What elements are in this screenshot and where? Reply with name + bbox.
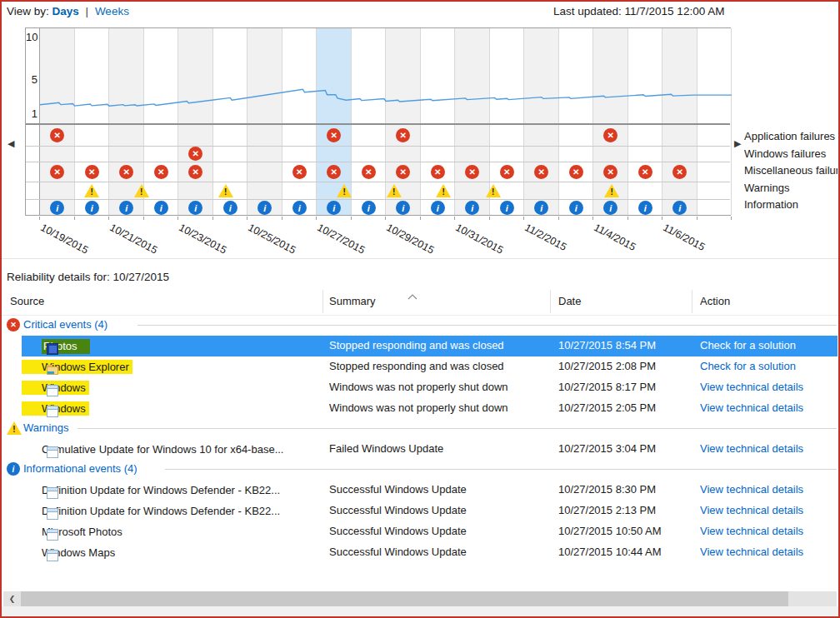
column-header-action[interactable]: Action <box>700 295 730 307</box>
critical-event-icon: ✕ <box>362 165 376 179</box>
sort-ascending-icon <box>408 288 418 303</box>
warning-exclamation-glyph: ! <box>486 187 501 197</box>
details-title: Reliability details for: 10/27/2015 <box>7 271 169 283</box>
event-row[interactable]: WindowsWindows was not properly shut dow… <box>0 377 840 398</box>
warning-exclamation-glyph: ! <box>337 187 352 197</box>
photos-app-icon <box>47 343 58 355</box>
action-link[interactable]: View technical details <box>700 381 803 393</box>
date-cell: 10/27/2015 2:13 PM <box>558 504 656 516</box>
action-link[interactable]: View technical details <box>700 504 803 516</box>
x-axis-tick <box>143 217 144 220</box>
action-link[interactable]: View technical details <box>700 546 803 558</box>
event-row[interactable]: WindowsWindows was not properly shut dow… <box>0 398 840 419</box>
x-axis-tick <box>385 217 386 220</box>
event-group-header[interactable]: !Warnings <box>0 419 840 439</box>
information-icon: i <box>292 201 307 215</box>
critical-event-icon: ✕ <box>154 165 168 179</box>
window-app-icon <box>47 385 58 396</box>
y-axis-tick-label: 5 <box>26 73 38 86</box>
x-axis-tick <box>247 217 248 220</box>
critical-event-icon: ✕ <box>7 318 20 331</box>
action-link[interactable]: View technical details <box>700 525 803 537</box>
x-axis-date-label: 11/4/2015 <box>592 222 638 253</box>
x-axis-tick <box>351 217 352 220</box>
critical-event-icon: ✕ <box>569 165 583 179</box>
event-row[interactable]: Cumulative Update for Windows 10 for x64… <box>0 439 840 460</box>
event-row[interactable]: Windows ExplorerStopped responding and w… <box>0 356 840 377</box>
source-cell: Windows <box>22 381 89 395</box>
x-axis-tick <box>662 217 662 220</box>
status-strip <box>0 606 840 618</box>
column-header-summary[interactable]: Summary <box>329 295 376 307</box>
stability-index-line <box>40 28 732 123</box>
x-axis-tick <box>282 217 282 220</box>
event-row[interactable]: PhotosStopped responding and was closed1… <box>0 336 840 356</box>
warning-icon: ! <box>486 184 501 197</box>
warning-exclamation-glyph: ! <box>436 187 451 197</box>
action-link[interactable]: View technical details <box>700 401 803 414</box>
scrollbar-thumb[interactable] <box>21 591 788 606</box>
warning-exclamation-glyph: ! <box>84 187 99 197</box>
summary-cell: Successful Windows Update <box>329 483 467 496</box>
x-axis-tick <box>592 217 593 220</box>
warning-icon: ! <box>604 184 619 197</box>
view-by-days-link[interactable]: Days <box>52 5 79 17</box>
event-group-header[interactable]: iInformational events (4) <box>0 460 840 480</box>
view-by-separator: | <box>86 5 89 17</box>
column-divider <box>550 290 551 313</box>
event-group-header[interactable]: ✕Critical events (4) <box>0 316 840 336</box>
chart-grid-bottom-line <box>26 123 730 125</box>
group-header-rule <box>165 469 837 470</box>
information-icon: i <box>569 201 583 215</box>
information-icon: i <box>638 201 652 215</box>
action-link[interactable]: View technical details <box>700 483 803 496</box>
event-row[interactable]: Definition Update for Windows Defender -… <box>0 480 840 501</box>
group-header-rule <box>78 428 837 429</box>
critical-event-icon: ✕ <box>119 165 133 179</box>
chart-legend: Application failuresWindows failuresMisc… <box>744 128 838 214</box>
date-cell: 10/27/2015 8:54 PM <box>558 339 656 351</box>
column-header-source[interactable]: Source <box>10 295 44 307</box>
x-axis-date-label: 11/6/2015 <box>661 222 707 253</box>
summary-cell: Stopped responding and was closed <box>329 360 504 372</box>
x-axis-date-label: 10/21/2015 <box>108 222 159 257</box>
event-row[interactable]: Definition Update for Windows Defender -… <box>0 501 840 521</box>
x-axis-tick <box>39 217 40 220</box>
chart-scroll-left-arrow[interactable]: ◀ <box>8 138 14 149</box>
horizontal-scrollbar[interactable]: ❮ <box>3 591 837 606</box>
view-by-weeks-link[interactable]: Weeks <box>95 5 129 17</box>
information-icon: i <box>431 201 445 215</box>
x-axis-date-label: 10/31/2015 <box>453 222 505 257</box>
critical-event-icon: ✕ <box>431 165 445 179</box>
scroll-left-button[interactable]: ❮ <box>3 591 21 606</box>
x-axis-tick <box>74 217 75 220</box>
information-icon: i <box>85 201 99 215</box>
y-axis-tick-label: 1 <box>26 107 38 120</box>
warning-icon: ! <box>134 184 149 197</box>
window-app-icon <box>47 508 58 520</box>
x-axis-tick <box>454 217 455 220</box>
action-link[interactable]: Check for a solution <box>700 339 796 351</box>
warning-icon: ! <box>7 421 22 435</box>
information-icon: i <box>154 201 168 215</box>
action-link[interactable]: Check for a solution <box>700 360 796 372</box>
critical-event-icon: ✕ <box>638 165 652 179</box>
warning-exclamation-glyph: ! <box>218 187 233 197</box>
x-axis-tick <box>420 217 421 220</box>
critical-event-icon: ✕ <box>85 165 99 179</box>
event-row[interactable]: Windows MapsSuccessful Windows Update10/… <box>0 542 840 563</box>
source-cell: Windows Maps <box>22 546 118 560</box>
x-axis-tick <box>108 217 109 220</box>
date-cell: 10/27/2015 10:44 AM <box>558 546 662 558</box>
column-header-date[interactable]: Date <box>558 295 581 307</box>
window-app-icon <box>47 487 58 499</box>
critical-event-icon: ✕ <box>188 165 202 179</box>
x-axis-date-label: 11/2/2015 <box>522 222 568 253</box>
column-divider <box>692 290 692 313</box>
chart-scroll-right-arrow[interactable]: ▶ <box>734 138 741 149</box>
window-app-icon <box>47 550 58 561</box>
event-row[interactable]: Microsoft PhotosSuccessful Windows Updat… <box>0 521 840 542</box>
critical-event-icon: ✕ <box>50 165 64 179</box>
action-link[interactable]: View technical details <box>700 442 803 455</box>
date-cell: 10/27/2015 3:04 PM <box>558 442 656 455</box>
